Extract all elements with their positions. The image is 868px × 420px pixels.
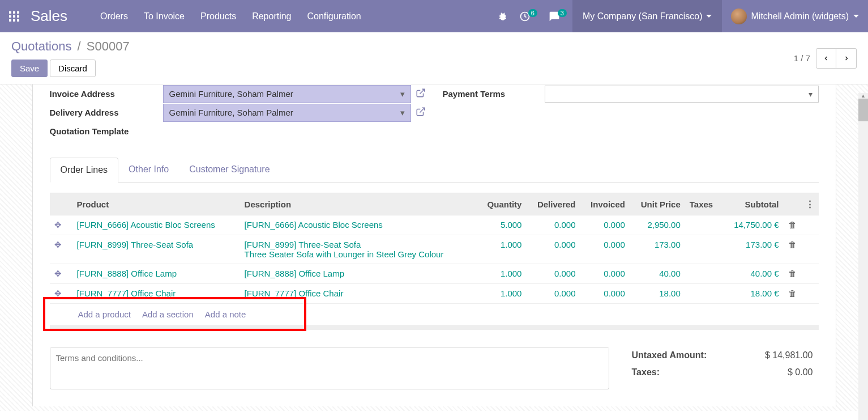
nav-configuration[interactable]: Configuration xyxy=(301,1,368,32)
col-unit-price: Unit Price xyxy=(630,193,685,215)
cell-description[interactable]: [FURN_7777] Office Chair xyxy=(240,284,477,304)
nav-menu: Orders To Invoice Products Reporting Con… xyxy=(93,1,492,32)
nav-to-invoice[interactable]: To Invoice xyxy=(137,1,191,32)
tab-customer-signature[interactable]: Customer Signature xyxy=(179,158,280,182)
company-switcher[interactable]: My Company (San Francisco) xyxy=(572,0,722,32)
save-button[interactable]: Save xyxy=(11,60,48,77)
cell-delivered[interactable]: 0.000 xyxy=(526,264,580,284)
cell-product[interactable]: [FURN_8999] Three-Seat Sofa xyxy=(72,235,240,264)
dropdown-arrow-icon: ▾ xyxy=(400,108,405,118)
caret-down-icon xyxy=(706,15,712,18)
cell-delivered[interactable]: 0.000 xyxy=(526,284,580,304)
payment-terms-field[interactable]: ▾ xyxy=(545,86,819,103)
cell-quantity[interactable]: 1.000 xyxy=(477,235,526,264)
cell-unit-price[interactable]: 2,950.00 xyxy=(630,215,685,235)
debug-icon[interactable] xyxy=(492,0,514,32)
cell-invoiced[interactable]: 0.000 xyxy=(580,264,629,284)
cell-product[interactable]: [FURN_7777] Office Chair xyxy=(72,284,240,304)
nav-orders[interactable]: Orders xyxy=(93,1,135,32)
pager-next-button[interactable] xyxy=(836,48,857,69)
pager-count[interactable]: 1 / 7 xyxy=(794,53,810,63)
add-product-link[interactable]: Add a product xyxy=(78,309,131,319)
cell-subtotal[interactable]: 18.00 € xyxy=(722,284,783,304)
drag-handle-icon[interactable]: ✥ xyxy=(54,220,62,230)
svg-rect-7 xyxy=(13,19,15,22)
cell-taxes[interactable] xyxy=(685,264,722,284)
col-delivered: Delivered xyxy=(526,193,580,215)
tab-order-lines[interactable]: Order Lines xyxy=(50,158,119,183)
delivery-address-field[interactable]: Gemini Furniture, Soham Palmer ▾ xyxy=(163,104,411,122)
scrollbar[interactable]: ▲ xyxy=(858,93,868,411)
svg-rect-6 xyxy=(9,19,11,22)
cell-subtotal[interactable]: 40.00 € xyxy=(722,264,783,284)
table-row[interactable]: ✥ [FURN_8888] Office Lamp [FURN_8888] Of… xyxy=(50,264,819,284)
cell-invoiced[interactable]: 0.000 xyxy=(580,215,629,235)
invoice-address-field[interactable]: Gemini Furniture, Soham Palmer ▾ xyxy=(163,85,411,103)
messages-icon[interactable]: 3 xyxy=(543,0,572,32)
invoice-address-label: Invoice Address xyxy=(50,84,163,103)
scrollbar-thumb[interactable] xyxy=(858,99,868,121)
cell-product[interactable]: [FURN_8888] Office Lamp xyxy=(72,264,240,284)
apps-button[interactable] xyxy=(0,0,28,32)
tabs: Order Lines Other Info Customer Signatur… xyxy=(50,158,819,183)
form-sheet: Invoice Address Gemini Furniture, Soham … xyxy=(32,84,836,406)
cell-delivered[interactable]: 0.000 xyxy=(526,215,580,235)
external-link-icon[interactable] xyxy=(416,107,426,118)
trash-icon[interactable]: 🗑 xyxy=(788,220,797,230)
cell-subtotal[interactable]: 173.00 € xyxy=(722,235,783,264)
external-link-icon[interactable] xyxy=(416,88,426,100)
cell-taxes[interactable] xyxy=(685,235,722,264)
table-row[interactable]: ✥ [FURN_7777] Office Chair [FURN_7777] O… xyxy=(50,284,819,304)
nav-reporting[interactable]: Reporting xyxy=(245,1,298,32)
quotation-template-label: Quotation Template xyxy=(50,122,163,141)
drag-handle-icon[interactable]: ✥ xyxy=(54,240,62,249)
terms-input[interactable] xyxy=(50,347,609,387)
cell-unit-price[interactable]: 18.00 xyxy=(630,284,685,304)
toolbar: Quotations / S00007 Save Discard 1 / 7 xyxy=(0,32,868,84)
user-menu[interactable]: Mitchell Admin (widgets) xyxy=(722,0,869,32)
trash-icon[interactable]: 🗑 xyxy=(788,289,797,298)
tab-other-info[interactable]: Other Info xyxy=(118,158,179,182)
add-section-link[interactable]: Add a section xyxy=(142,309,194,319)
svg-rect-3 xyxy=(9,15,11,18)
cell-description[interactable]: [FURN_8888] Office Lamp xyxy=(240,264,477,284)
breadcrumb-current: S00007 xyxy=(87,39,130,53)
svg-rect-8 xyxy=(17,19,19,22)
cell-product[interactable]: [FURN_6666] Acoustic Bloc Screens xyxy=(72,215,240,235)
avatar xyxy=(731,9,747,24)
messages-badge: 3 xyxy=(558,9,567,17)
drag-handle-icon[interactable]: ✥ xyxy=(54,269,62,278)
pager-prev-button[interactable] xyxy=(816,48,836,69)
discard-button[interactable]: Discard xyxy=(50,60,96,77)
cell-invoiced[interactable]: 0.000 xyxy=(580,235,629,264)
cell-unit-price[interactable]: 173.00 xyxy=(630,235,685,264)
col-invoiced: Invoiced xyxy=(580,193,629,215)
app-brand[interactable]: Sales xyxy=(28,7,76,25)
breadcrumb-root[interactable]: Quotations xyxy=(11,39,71,53)
content-area: Invoice Address Gemini Furniture, Soham … xyxy=(0,84,868,411)
cell-quantity[interactable]: 1.000 xyxy=(477,284,526,304)
cell-unit-price[interactable]: 40.00 xyxy=(630,264,685,284)
table-row[interactable]: ✥ [FURN_6666] Acoustic Bloc Screens [FUR… xyxy=(50,215,819,235)
col-options[interactable]: ⋮ xyxy=(801,193,819,215)
drag-handle-icon[interactable]: ✥ xyxy=(54,289,62,298)
cell-description[interactable]: [FURN_8999] Three-Seat SofaThree Seater … xyxy=(240,235,477,264)
table-row[interactable]: ✥ [FURN_8999] Three-Seat Sofa [FURN_8999… xyxy=(50,235,819,264)
col-taxes: Taxes xyxy=(685,193,722,215)
cell-quantity[interactable]: 5.000 xyxy=(477,215,526,235)
trash-icon[interactable]: 🗑 xyxy=(788,240,797,249)
cell-invoiced[interactable]: 0.000 xyxy=(580,284,629,304)
nav-products[interactable]: Products xyxy=(194,1,243,32)
cell-delivered[interactable]: 0.000 xyxy=(526,235,580,264)
delivery-address-label: Delivery Address xyxy=(50,103,163,122)
trash-icon[interactable]: 🗑 xyxy=(788,269,797,278)
activity-icon[interactable]: 6 xyxy=(514,0,543,32)
cell-taxes[interactable] xyxy=(685,284,722,304)
cell-description[interactable]: [FURN_6666] Acoustic Bloc Screens xyxy=(240,215,477,235)
add-note-link[interactable]: Add a note xyxy=(205,309,246,319)
cell-subtotal[interactable]: 14,750.00 € xyxy=(722,215,783,235)
caret-down-icon xyxy=(853,15,859,18)
cell-taxes[interactable] xyxy=(685,215,722,235)
cell-quantity[interactable]: 1.000 xyxy=(477,264,526,284)
svg-rect-2 xyxy=(17,11,19,14)
